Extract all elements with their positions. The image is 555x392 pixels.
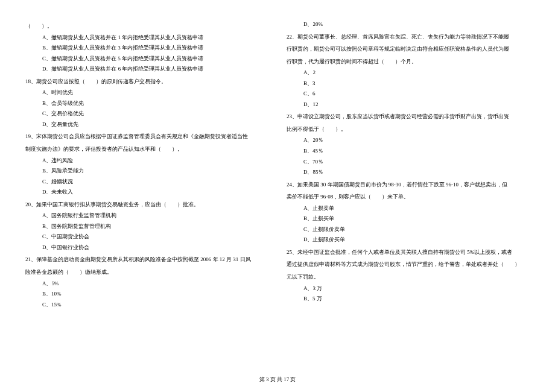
q21-option-d: D、20%: [287, 19, 530, 30]
q17-option-d: D、撤销期货从业人员资格并在 6 年内拒绝受理其从业人员资格申请: [25, 64, 268, 75]
q23-option-d: D、85％: [287, 167, 530, 178]
q18-option-b: B、会员等级优先: [25, 98, 268, 109]
q22-stem-line2: 行职责的，期货公司可以按照公司章程等规定临时决定由符合相应任职资格条件的人员代为…: [287, 44, 530, 55]
q23-option-b: B、45％: [287, 146, 530, 157]
q22-stem-line1: 22、期货公司董事长、总经理、首席风险官在失踪、死亡、丧失行为能力等特殊情况下不…: [287, 32, 530, 43]
q17-stem: （ ）。: [25, 21, 268, 32]
q17-option-c: C、撤销期货从业人员资格并在 5 年内拒绝受理其从业人员资格申请: [25, 54, 268, 65]
q21-option-c: C、15%: [25, 300, 268, 311]
q22-option-d: D、12: [287, 100, 530, 110]
q25-stem-line1: 25、未经中国证监会批准，任何个人或者单位及其关联人擅自持有期货公司 5%以上股…: [287, 247, 530, 258]
q17-option-b: B、撤销期货从业人员资格并在 3 年内拒绝受理其从业人员资格申请: [25, 43, 268, 54]
q23-stem-line1: 23、申请设立期货公司，股东应当以货币或者期货公司经营必需的非货币财产出资，货币…: [287, 112, 530, 122]
right-column: D、20% 22、期货公司董事长、总经理、首席风险官在失踪、死亡、丧失行为能力等…: [287, 19, 530, 310]
page-footer: 第 3 页 共 17 页: [0, 376, 555, 384]
q25-stem-line2: 通过提供虚假申请材料等方式成为期货公司股东，情节严重的，给予警告，单处或者并处（…: [287, 259, 530, 270]
q22-option-c: C、6: [287, 89, 530, 100]
q18-option-a: A、时间优先: [25, 87, 268, 98]
q19-option-d: D、未来收入: [25, 187, 268, 198]
q25-option-a: A、3 万: [287, 283, 530, 294]
q23-option-c: C、70％: [287, 157, 530, 168]
q24-option-d: D、止损限价买单: [287, 235, 530, 245]
q21-stem-line2: 险准备金总额的（ ）缴纳形成。: [25, 267, 268, 278]
q22-option-a: A、2: [287, 68, 530, 78]
q20-option-c: C、中国期货业协会: [25, 232, 268, 242]
q18-option-d: D、交易量优先: [25, 119, 268, 130]
q21-option-a: A、5%: [25, 279, 268, 289]
q19-stem-line1: 19、宋体期货公司会员应当根据中国证券监督管理委员会有关规定和《金融期货投资者适…: [25, 131, 268, 142]
q19-option-a: A、违约风险: [25, 156, 268, 166]
q25-stem-line3: 元以下罚款。: [287, 272, 530, 283]
q23-option-a: A、20％: [287, 135, 530, 146]
q19-option-b: B、风险承受能力: [25, 166, 268, 177]
q24-stem-line2: 卖价不能低于 96-08，则客户应以（ ）来下单。: [287, 192, 530, 203]
left-column: （ ）。 A、撤销期货从业人员资格并在 1 年内拒绝受理其从业人员资格申请 B、…: [25, 19, 268, 310]
q22-option-b: B、3: [287, 78, 530, 89]
q24-option-c: C、止损限价卖单: [287, 224, 530, 235]
q24-stem-line1: 24、如果美国 30 年期国债期货目前市价为 98-30，若行情往下跌至 96-…: [287, 180, 530, 191]
q20-stem: 20、如果中国工商银行拟从事期货交易融资业务，应当由（ ）批准。: [25, 200, 268, 210]
q20-option-d: D、中国银行业协会: [25, 242, 268, 253]
q22-stem-line3: 行职责，代为履行职责的时间不得超过（ ）个月。: [287, 57, 530, 68]
q20-option-b: B、国务院期货监督管理机构: [25, 221, 268, 232]
page-body: （ ）。 A、撤销期货从业人员资格并在 1 年内拒绝受理其从业人员资格申请 B、…: [0, 0, 555, 327]
q21-option-b: B、10%: [25, 289, 268, 300]
q19-stem-line2: 制度实施办法》的要求，评估投资者的产品认知水平和（ ）。: [25, 144, 268, 155]
q24-option-a: A、止损卖单: [287, 203, 530, 214]
q25-option-b: B、5 万: [287, 294, 530, 305]
q19-option-c: C、婚姻状况: [25, 177, 268, 188]
q18-option-c: C、交易价格优先: [25, 109, 268, 119]
q24-option-b: B、止损买单: [287, 213, 530, 224]
q23-stem-line2: 比例不得低于（ ）。: [287, 124, 530, 135]
q20-option-a: A、国务院银行业监督管理机构: [25, 210, 268, 221]
q21-stem-line1: 21、保障基金的启动资金由期货交易所从其积累的风险准备金中按照截至 2006 年…: [25, 254, 268, 265]
q18-stem: 18、期货公司应当按照（ ）的原则传递客户交易指令。: [25, 77, 268, 87]
q17-option-a: A、撤销期货从业人员资格并在 1 年内拒绝受理其从业人员资格申请: [25, 33, 268, 43]
